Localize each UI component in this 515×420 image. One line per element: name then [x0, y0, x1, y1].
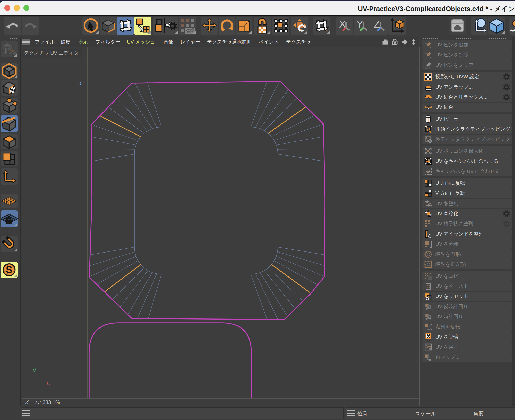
svg-text:U: U	[47, 381, 50, 386]
svg-text:Z: Z	[374, 19, 380, 30]
svg-text:V: V	[33, 367, 36, 373]
svg-text:0,1: 0,1	[78, 81, 85, 86]
svg-text:S: S	[6, 264, 12, 275]
